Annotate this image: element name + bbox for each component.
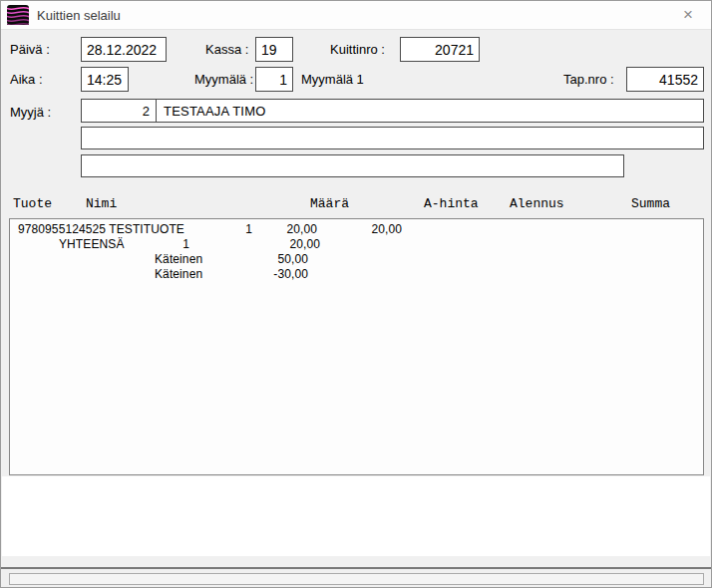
transaction-number-field[interactable] bbox=[626, 67, 704, 92]
receipt-line[interactable]: YHTEENSÄ120,00 bbox=[10, 237, 703, 252]
receipt-browser-window: Kuittien selailu × Päivä : Kassa : Kuitt… bbox=[0, 0, 712, 588]
date-field[interactable] bbox=[81, 37, 167, 62]
status-bar bbox=[9, 573, 704, 585]
store-label: Myymälä : bbox=[194, 72, 253, 87]
title-bar[interactable]: Kuittien selailu × bbox=[1, 1, 711, 30]
seller-field[interactable]: 2 TESTAAJA TIMO bbox=[81, 99, 704, 123]
table-header-row: Tuote Nimi Määrä A-hinta Alennus Summa bbox=[1, 196, 711, 211]
time-label: Aika : bbox=[10, 72, 43, 87]
status-divider bbox=[1, 567, 711, 569]
header-product: Tuote bbox=[13, 196, 52, 211]
receipt-cell: Käteinen bbox=[155, 252, 202, 266]
note-field-2[interactable] bbox=[81, 154, 624, 177]
close-icon[interactable]: × bbox=[676, 4, 700, 26]
header-name: Nimi bbox=[86, 196, 117, 211]
receipt-cell: -30,00 bbox=[228, 267, 308, 281]
receipt-cell: Käteinen bbox=[155, 267, 202, 281]
store-name-text: Myymälä 1 bbox=[301, 72, 364, 87]
receipt-lines-list[interactable]: 9780955124525 TESTITUOTE120,0020,00YHTEE… bbox=[9, 218, 704, 475]
receipt-cell: 50,00 bbox=[228, 252, 308, 266]
receipt-cell: 20,00 bbox=[322, 222, 402, 236]
app-logo-icon bbox=[7, 5, 29, 25]
header-unit-price: A-hinta bbox=[424, 196, 479, 211]
receipt-cell: 20,00 bbox=[237, 222, 317, 236]
note-field-1[interactable] bbox=[81, 127, 704, 149]
receipt-cell: 20,00 bbox=[240, 237, 320, 251]
header-quantity: Määrä bbox=[310, 196, 349, 211]
transaction-number-label: Tap.nro : bbox=[563, 72, 614, 87]
seller-number: 2 bbox=[82, 100, 157, 122]
receipt-line[interactable]: Käteinen-30,00 bbox=[10, 267, 703, 282]
date-label: Päivä : bbox=[10, 42, 50, 57]
receipt-line[interactable]: Käteinen50,00 bbox=[10, 252, 703, 267]
header-discount: Alennus bbox=[510, 196, 564, 211]
seller-label: Myyjä : bbox=[10, 105, 51, 120]
store-field[interactable] bbox=[255, 67, 293, 92]
header-sum: Summa bbox=[631, 196, 670, 211]
time-field[interactable] bbox=[81, 67, 129, 92]
receipt-number-field[interactable] bbox=[400, 37, 480, 62]
register-field[interactable] bbox=[255, 37, 293, 62]
receipt-line[interactable]: 9780955124525 TESTITUOTE120,0020,00 bbox=[10, 222, 703, 237]
window-title: Kuittien selailu bbox=[37, 8, 121, 23]
receipt-number-label: Kuittinro : bbox=[330, 42, 385, 57]
seller-name: TESTAAJA TIMO bbox=[157, 100, 266, 122]
register-label: Kassa : bbox=[205, 42, 248, 57]
button-panel: OHJE F1 F2 HAE KOODI F4 ◀ F5 ▶ F6 Mitätö… bbox=[2, 476, 710, 556]
receipt-cell: 1 bbox=[110, 237, 189, 251]
receipt-cell: 9780955124525 TESTITUOTE bbox=[18, 222, 184, 236]
